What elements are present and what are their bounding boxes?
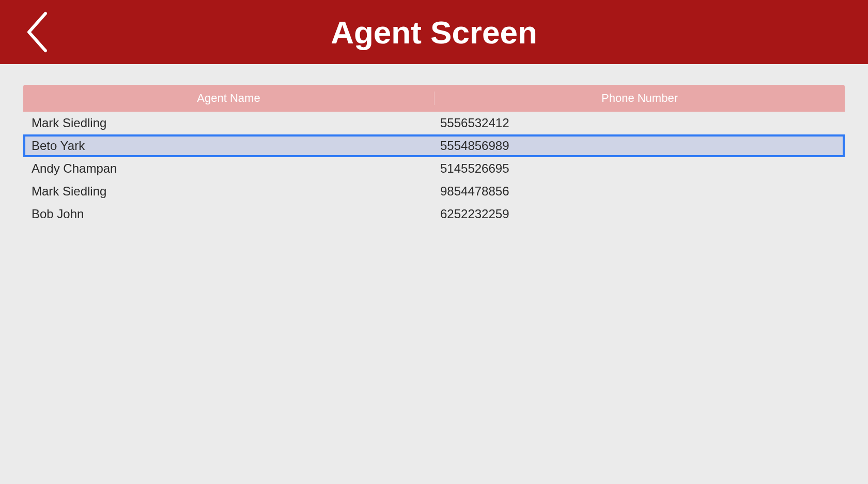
agent-name-cell: Mark Siedling [25, 116, 434, 130]
agent-name-cell: Andy Champan [25, 161, 434, 176]
table-header-row: Agent Name Phone Number [23, 85, 845, 112]
agent-phone-cell: 5554856989 [434, 139, 843, 153]
table-row[interactable]: Bob John6252232259 [23, 203, 845, 225]
app-header: Agent Screen [0, 0, 868, 64]
agent-phone-cell: 6252232259 [434, 207, 843, 221]
chevron-left-icon [26, 11, 48, 53]
agent-table: Agent Name Phone Number Mark Siedling555… [23, 85, 845, 225]
agent-name-cell: Bob John [25, 207, 434, 221]
agent-name-cell: Beto Yark [25, 139, 434, 153]
agent-phone-cell: 9854478856 [434, 184, 843, 199]
table-row[interactable]: Beto Yark5554856989 [23, 134, 845, 157]
back-button[interactable] [26, 11, 48, 53]
page-title: Agent Screen [331, 14, 537, 51]
table-row[interactable]: Andy Champan5145526695 [23, 157, 845, 180]
content-area: Agent Name Phone Number Mark Siedling555… [0, 64, 868, 246]
table-body: Mark Siedling5556532412Beto Yark55548569… [23, 112, 845, 225]
table-row[interactable]: Mark Siedling9854478856 [23, 180, 845, 203]
agent-phone-cell: 5556532412 [434, 116, 843, 130]
column-header-name: Agent Name [23, 92, 434, 105]
table-row[interactable]: Mark Siedling5556532412 [23, 112, 845, 134]
agent-phone-cell: 5145526695 [434, 161, 843, 176]
agent-name-cell: Mark Siedling [25, 184, 434, 199]
column-header-phone: Phone Number [434, 92, 845, 105]
